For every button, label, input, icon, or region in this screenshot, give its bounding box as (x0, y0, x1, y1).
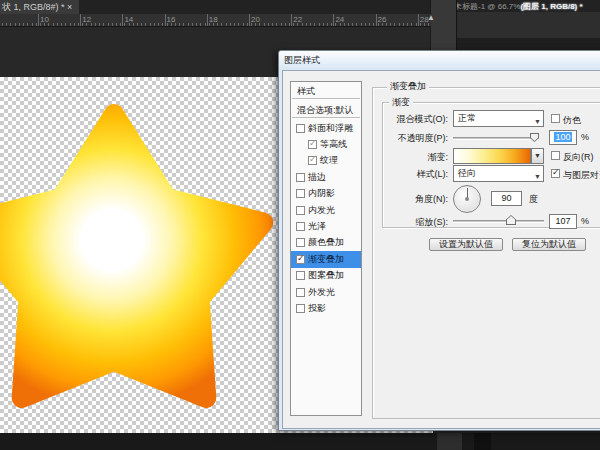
ruler-tick (289, 23, 290, 26)
reverse-label: 反向(R) (563, 151, 594, 164)
blending-options-item[interactable]: 混合选项:默认 (291, 101, 361, 116)
style-item-label: 等高线 (320, 138, 347, 151)
ruler-tick (82, 23, 83, 26)
blend-mode-select[interactable]: 正常▼ (453, 110, 544, 127)
scale-slider[interactable] (453, 220, 544, 223)
ruler-tick (319, 23, 320, 26)
ruler-tick (205, 23, 206, 26)
bottom-bar-segment (437, 433, 462, 450)
ruler-tick (352, 23, 353, 26)
ruler-tick (165, 14, 166, 26)
background-window-title: 未标题-1 @ 66.7%(图层 1, RGB/8) * (454, 1, 600, 12)
separator (292, 98, 360, 100)
style-item-row[interactable]: 光泽 (291, 218, 361, 234)
ruler-tick (268, 23, 269, 26)
style-select[interactable]: 径向▼ (453, 165, 544, 182)
style-item-checkbox[interactable] (296, 124, 305, 133)
style-item-row[interactable]: 颜色叠加 (291, 235, 361, 251)
ruler-tick (133, 23, 134, 26)
ruler-tick (99, 23, 100, 26)
ruler-tick (95, 23, 96, 26)
style-item-checkbox[interactable] (296, 222, 305, 231)
align-with-layer-checkbox[interactable] (551, 169, 560, 178)
ruler-tick (188, 23, 189, 26)
ruler-tick (175, 23, 176, 26)
opacity-slider[interactable] (453, 137, 539, 140)
ruler-tick (293, 23, 294, 26)
style-item-checkbox[interactable] (296, 238, 305, 247)
style-item-row[interactable]: 纹理 (291, 153, 361, 169)
ruler-tick (249, 14, 250, 26)
ruler-tick (323, 23, 324, 26)
opacity-label: 不透明度(P): (358, 132, 448, 145)
ruler-tick (361, 23, 362, 26)
ruler-end-arrow-icon: ▲ (427, 13, 435, 22)
ruler-tick (281, 23, 282, 26)
tab-close-icon[interactable]: × (67, 2, 72, 12)
document-tab-label: 状 1, RGB/8#) * (2, 2, 65, 12)
style-item-checkbox[interactable] (296, 189, 305, 198)
style-item-checkbox[interactable] (296, 206, 305, 215)
style-item-row[interactable]: 外发光 (291, 284, 361, 300)
dialog-title[interactable]: 图层样式 (279, 51, 600, 70)
scale-input[interactable]: 107 (549, 214, 577, 229)
style-item-row[interactable]: 图案叠加 (291, 268, 361, 284)
ruler-tick (196, 23, 197, 26)
style-item-checkbox[interactable] (296, 255, 305, 264)
ruler-tick (403, 23, 404, 26)
blend-mode-value: 正常 (458, 113, 476, 123)
style-item-row[interactable]: 内发光 (291, 202, 361, 218)
style-item-row[interactable]: 斜面和浮雕 (291, 120, 361, 136)
reset-default-button[interactable]: 复位为默认值 (512, 238, 586, 251)
style-item-checkbox[interactable] (308, 140, 317, 149)
style-item-checkbox[interactable] (296, 173, 305, 182)
ruler-tick (238, 23, 239, 26)
styles-list-header[interactable]: 样式 (291, 82, 361, 97)
dither-checkbox[interactable] (551, 114, 560, 123)
gradient-group-label: 渐变 (389, 96, 413, 109)
ruler-tick (171, 23, 172, 26)
dialog-client-area: 样式 混合选项:默认 斜面和浮雕等高线纹理描边内阴影内发光光泽颜色叠加渐变叠加图… (282, 70, 600, 429)
style-item-checkbox[interactable] (308, 156, 317, 165)
ruler-tick (137, 23, 138, 26)
style-item-checkbox[interactable] (296, 304, 305, 313)
ruler-tick (243, 23, 244, 26)
style-item-row[interactable]: 描边 (291, 169, 361, 185)
ruler-tick (297, 23, 298, 26)
ruler-tick (158, 23, 159, 26)
ruler-tick (420, 23, 421, 26)
ruler-tick (348, 23, 349, 26)
angle-input[interactable]: 90 (491, 191, 522, 206)
style-item-row[interactable]: 投影 (291, 300, 361, 316)
background-window-title-right: (图层 1, RGB/8) * (520, 2, 582, 11)
angle-dial[interactable] (453, 185, 481, 213)
style-item-selected[interactable]: 渐变叠加 (291, 251, 361, 267)
angle-unit: 度 (529, 193, 538, 206)
ruler-tick (255, 23, 256, 26)
ruler-tick (141, 23, 142, 26)
chevron-down-icon: ▼ (534, 114, 541, 129)
opacity-input[interactable]: 100 (549, 130, 577, 145)
style-value: 径向 (458, 168, 476, 178)
style-item-checkbox[interactable] (296, 288, 305, 297)
ruler-tick (230, 23, 231, 26)
ruler-tick (192, 23, 193, 26)
horizontal-ruler: 10121416182022242628 (0, 14, 431, 27)
style-item-row[interactable]: 等高线 (291, 136, 361, 152)
ruler-tick (285, 23, 286, 26)
set-default-button[interactable]: 设置为默认值 (429, 238, 503, 251)
ruler-tick (386, 23, 387, 26)
ruler-tick (207, 14, 208, 26)
document-tab[interactable]: 状 1, RGB/8#) * × (0, 0, 79, 14)
style-item-row[interactable]: 内阴影 (291, 186, 361, 202)
ruler-tick (103, 23, 104, 26)
reverse-checkbox[interactable] (551, 151, 560, 160)
ruler-tick (365, 23, 366, 26)
gradient-preview[interactable] (453, 148, 531, 164)
gradient-picker-button[interactable]: ▼ (531, 148, 544, 164)
blend-mode-label: 混合模式(O): (358, 113, 448, 126)
style-item-checkbox[interactable] (296, 271, 305, 280)
style-item-label: 斜面和浮雕 (308, 122, 353, 135)
ruler-tick (369, 23, 370, 26)
gradient-label: 渐变: (358, 151, 448, 164)
